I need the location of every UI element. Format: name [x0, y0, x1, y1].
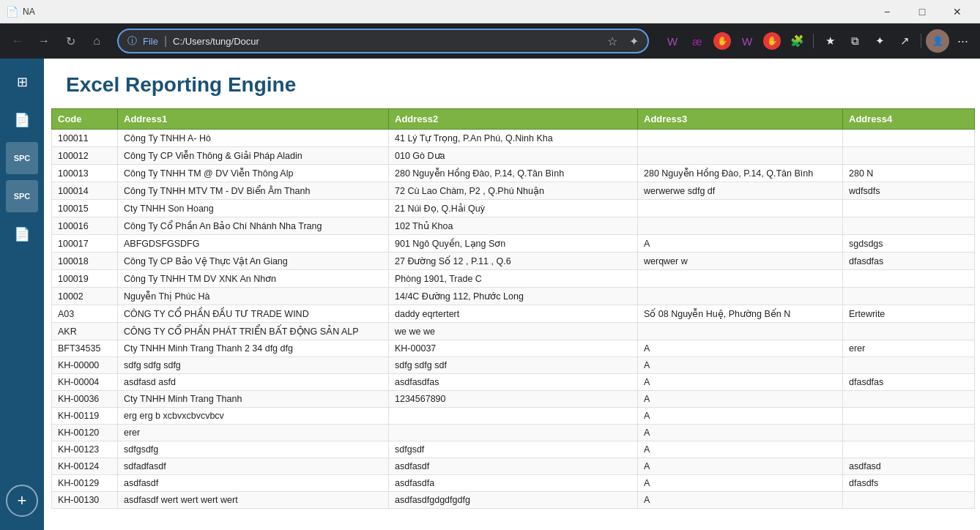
- table-cell-addr1: sdfgsdfg: [118, 441, 389, 458]
- table-cell-addr3: 280 Nguyễn Hồng Đào, P.14, Q.Tân Bình: [638, 165, 843, 182]
- table-row[interactable]: 100018Công Ty CP Bảo Vệ Thực Vật An Gian…: [52, 253, 975, 270]
- table-row[interactable]: KH-00123sdfgsdfgsdfgsdfA: [52, 441, 975, 458]
- table-cell-addr4: [843, 200, 975, 217]
- table-cell-addr4: dfasdfs: [843, 475, 975, 492]
- bookmark-star-icon[interactable]: ☆: [607, 34, 617, 48]
- table-cell-addr1: Nguyễn Thị Phúc Hà: [118, 288, 389, 305]
- table-row[interactable]: BFT34535Cty TNHH Minh Trang Thanh 2 34 d…: [52, 340, 975, 357]
- customize-icon[interactable]: ✦: [629, 34, 639, 48]
- share-icon[interactable]: ↗: [893, 29, 916, 53]
- table-row[interactable]: KH-00120ererA: [52, 425, 975, 441]
- minimize-button[interactable]: −: [870, 0, 904, 23]
- table-cell-addr2: 14/4C Đường 112, Phước Long: [389, 288, 638, 305]
- col-header-address3[interactable]: Address3: [638, 109, 843, 130]
- table-row[interactable]: AKRCÔNG TY CỔ PHẦN PHÁT TRIỂN BẤT ĐỘNG S…: [52, 323, 975, 340]
- table-cell-addr1: Cty TNHH Minh Trang Thanh 2 34 dfg dfg: [118, 340, 389, 357]
- table-cell-addr3: A: [638, 458, 843, 475]
- table-cell-addr1: Công Ty TNHH TM DV XNK An Nhơn: [118, 270, 389, 288]
- wappalyzer-icon[interactable]: W: [661, 29, 684, 53]
- table-cell-code: KH-00123: [52, 441, 118, 458]
- table-row[interactable]: KH-00129asdfasdfasdfasdfaAdfasdfs: [52, 475, 975, 492]
- home-button[interactable]: ⌂: [85, 29, 108, 53]
- table-cell-addr3: [638, 200, 843, 217]
- table-cell-addr1: CÔNG TY CỔ PHẦN ĐẦU TƯ TRADE WIND: [118, 305, 389, 323]
- wappalyzer-icon-2[interactable]: W: [735, 29, 759, 53]
- table-cell-addr2: asdfasdfgdgdfgdfg: [389, 492, 638, 509]
- sidebar-item-file[interactable]: 📄: [6, 104, 38, 136]
- col-header-code[interactable]: Code: [52, 109, 118, 130]
- col-header-address1[interactable]: Address1: [118, 109, 389, 130]
- sidebar-item-spc1[interactable]: SPC: [6, 142, 38, 174]
- table-cell-addr1: Công Ty TNHH MTV TM - DV Biển Âm Thanh: [118, 182, 389, 200]
- more-options-button[interactable]: ⋯: [951, 29, 974, 53]
- table-cell-addr3: [638, 130, 843, 147]
- table-cell-addr4: Ertewrite: [843, 305, 975, 323]
- table-row[interactable]: 100016Công Ty Cổ Phần An Bảo Chí Nhánh N…: [52, 217, 975, 235]
- table-row[interactable]: KH-00119erg erg b xcbvxcbvcvbcvA: [52, 408, 975, 425]
- table-row[interactable]: KH-00004asdfasd asfdasdfasdfasAdfasdfas: [52, 374, 975, 391]
- table-row[interactable]: 100013Công Ty TNHH TM @ DV Viễn Thông Al…: [52, 165, 975, 182]
- col-header-address2[interactable]: Address2: [389, 109, 638, 130]
- table-row[interactable]: 100019Công Ty TNHH TM DV XNK An NhơnPhòn…: [52, 270, 975, 288]
- table-cell-addr4: [843, 130, 975, 147]
- table-cell-addr3: werwerwe sdfg df: [638, 182, 843, 200]
- address-bar[interactable]: ⓘ File | C:/Users/tung/Docur ☆ ✦: [117, 29, 649, 53]
- table-row[interactable]: 100015Cty TNHH Son Hoang21 Núi Đọ, Q.Hải…: [52, 200, 975, 217]
- address-bar-url[interactable]: C:/Users/tung/Docur: [173, 36, 595, 47]
- sidebar-item-spc2[interactable]: SPC: [6, 180, 38, 212]
- sidebar-item-doc[interactable]: 📄: [6, 218, 38, 250]
- table-container[interactable]: Code Address1 Address2 Address3 Address4…: [44, 108, 980, 530]
- table-row[interactable]: KH-00036Cty TNHH Minh Trang Thanh1234567…: [52, 391, 975, 408]
- table-cell-addr4: [843, 441, 975, 458]
- copilot-icon[interactable]: ✦: [868, 29, 891, 53]
- table-row[interactable]: A03CÔNG TY CỔ PHẦN ĐẦU TƯ TRADE WINDdadd…: [52, 305, 975, 323]
- table-row[interactable]: 10002Nguyễn Thị Phúc Hà14/4C Đường 112, …: [52, 288, 975, 305]
- table-cell-addr1: Công Ty TNHH A- Hò: [118, 130, 389, 147]
- forward-button[interactable]: →: [32, 29, 56, 53]
- table-cell-code: 100012: [52, 147, 118, 165]
- table-cell-addr4: [843, 217, 975, 235]
- toolbar-separator-1: [813, 34, 814, 48]
- table-cell-addr3: A: [638, 357, 843, 374]
- col-header-address4[interactable]: Address4: [843, 109, 975, 130]
- tab-manager-icon[interactable]: æ: [686, 29, 709, 53]
- page-header: Excel Reporting Engine: [44, 59, 980, 108]
- table-cell-addr2: sdfg sdfg sdf: [389, 357, 638, 374]
- table-cell-addr4: erer: [843, 340, 975, 357]
- stop-hand-icon-2[interactable]: ✋: [760, 29, 784, 53]
- table-cell-addr4: dfasdfas: [843, 253, 975, 270]
- back-button[interactable]: ←: [6, 29, 29, 53]
- table-row[interactable]: 100014Công Ty TNHH MTV TM - DV Biển Âm T…: [52, 182, 975, 200]
- favorites-icon[interactable]: ★: [818, 29, 842, 53]
- reload-button[interactable]: ↻: [59, 29, 82, 53]
- table-cell-addr2: sdfgsdf: [389, 441, 638, 458]
- maximize-button[interactable]: □: [905, 0, 939, 23]
- table-row[interactable]: KH-00124sdfadfasdfasdfasdfAasdfasd: [52, 458, 975, 475]
- table-cell-code: AKR: [52, 323, 118, 340]
- table-cell-addr3: [638, 217, 843, 235]
- table-row[interactable]: 100012Công Ty CP Viễn Thông & Giải Pháp …: [52, 147, 975, 165]
- table-cell-addr1: Công Ty Cổ Phần An Bảo Chí Nhánh Nha Tra…: [118, 217, 389, 235]
- table-cell-code: 100018: [52, 253, 118, 270]
- table-row[interactable]: 100017ABFGDSFGSDFG901 Ngô Quyền, Lạng Sơ…: [52, 235, 975, 253]
- title-bar-controls: − □ ✕: [870, 0, 974, 23]
- table-row[interactable]: KH-00000sdfg sdfg sdfgsdfg sdfg sdfA: [52, 357, 975, 374]
- stop-hand-icon-1[interactable]: ✋: [710, 29, 734, 53]
- table-cell-addr2: KH-00037: [389, 340, 638, 357]
- table-cell-addr2: 901 Ngô Quyền, Lạng Sơn: [389, 235, 638, 253]
- sidebar-add-button[interactable]: +: [6, 485, 38, 517]
- sidebar-item-grid[interactable]: ⊞: [6, 66, 38, 98]
- collections-icon[interactable]: ⧉: [843, 29, 866, 53]
- table-row[interactable]: KH-00130asdfasdf wert wert wert wertasdf…: [52, 492, 975, 509]
- user-avatar[interactable]: 👤: [926, 29, 949, 53]
- table-cell-code: KH-00036: [52, 391, 118, 408]
- table-cell-addr3: A: [638, 441, 843, 458]
- table-cell-addr4: [843, 408, 975, 425]
- table-cell-addr2: 1234567890: [389, 391, 638, 408]
- puzzle-icon[interactable]: 🧩: [785, 29, 809, 53]
- table-cell-code: KH-00004: [52, 374, 118, 391]
- table-row[interactable]: 100011Công Ty TNHH A- Hò41 Lý Tự Trọng, …: [52, 130, 975, 147]
- close-button[interactable]: ✕: [940, 0, 974, 23]
- table-cell-addr4: wdfsdfs: [843, 182, 975, 200]
- table-cell-addr4: [843, 492, 975, 509]
